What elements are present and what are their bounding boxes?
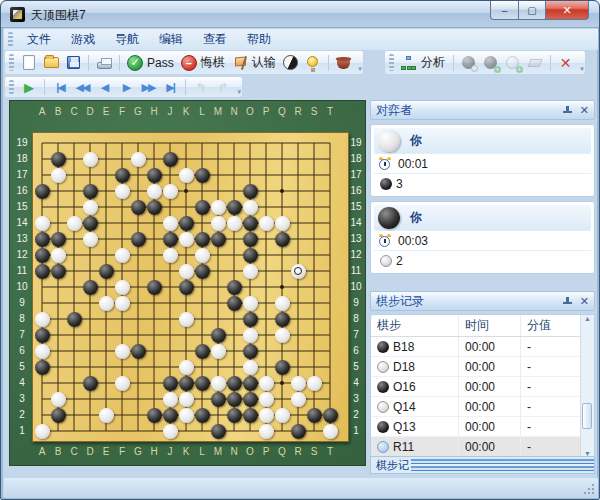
new-file-button[interactable] — [19, 53, 39, 73]
fast-forward-button[interactable]: ▶▶ — [138, 77, 158, 97]
board-coordinate-letter: A — [35, 106, 49, 117]
resize-grip[interactable] — [583, 483, 595, 495]
scroll-up-icon[interactable]: ▲ — [584, 315, 591, 322]
white-stone-M14 — [211, 216, 226, 231]
back-button[interactable]: ◀ — [94, 77, 114, 97]
board-coordinate-letter: S — [307, 106, 321, 117]
column-header-1[interactable]: 时间 — [459, 315, 521, 336]
board-coordinate-letter: S — [307, 446, 321, 457]
resign-label[interactable]: 认输 — [252, 54, 276, 71]
toolbar-grip[interactable] — [389, 54, 394, 70]
add-black-stone-button[interactable]: + — [481, 53, 501, 73]
white-stone-S4 — [307, 376, 322, 391]
go-board[interactable]: AABBCCDDEEFFGGHHJJKKLLMMNNOOPPQQRRSSTT19… — [9, 100, 366, 466]
panel-close-icon[interactable]: ✕ — [580, 295, 589, 308]
first-move-button[interactable]: |◀ — [50, 77, 70, 97]
menu-item-3[interactable]: 编辑 — [149, 29, 193, 50]
move-row-R11[interactable]: R1100:00- — [371, 437, 580, 457]
move-row-Q13[interactable]: Q1300:00- — [371, 417, 580, 437]
maximize-button[interactable]: ▢ — [519, 1, 546, 20]
toolbar-overflow-chevron[interactable]: ▾ — [237, 88, 241, 96]
move-row-D18[interactable]: D1800:00- — [371, 357, 580, 377]
board-coordinate-letter: A — [35, 446, 49, 457]
move-score: - — [521, 397, 580, 416]
menu-item-5[interactable]: 帮助 — [237, 29, 281, 50]
delete-button[interactable]: ✕ — [556, 53, 576, 73]
black-stone-A11 — [35, 264, 50, 279]
eraser-button[interactable] — [525, 53, 545, 73]
toolbar-overflow-chevron[interactable]: ▾ — [358, 65, 362, 73]
black-move-stone-icon — [377, 421, 389, 433]
pin-icon[interactable] — [562, 296, 573, 307]
swap-color-button[interactable] — [281, 53, 301, 73]
play-button[interactable]: ▶ — [19, 77, 39, 97]
white-stone-T1 — [323, 424, 338, 439]
pin-icon[interactable] — [562, 105, 573, 116]
break-button[interactable] — [334, 53, 354, 73]
open-file-button[interactable] — [41, 53, 61, 73]
forward-button[interactable]: ▶ — [116, 77, 136, 97]
white-stone-P1 — [259, 424, 274, 439]
panel-close-icon[interactable]: ✕ — [580, 104, 589, 117]
scrollbar-thumb[interactable] — [582, 403, 592, 429]
black-stone-O14 — [243, 216, 258, 231]
board-coordinate-number: 19 — [349, 137, 363, 148]
undo-move-button[interactable]: – — [179, 53, 199, 73]
move-row-O16[interactable]: O1600:00- — [371, 377, 580, 397]
moves-panel-tab[interactable]: 棋步记 — [370, 456, 595, 474]
save-button[interactable] — [63, 53, 83, 73]
pass-button[interactable]: ✓ — [125, 53, 145, 73]
last-move-button[interactable]: ▶| — [160, 77, 180, 97]
column-header-0[interactable]: 棋步 — [371, 315, 459, 336]
move-row-B18[interactable]: B1800:00- — [371, 337, 580, 357]
pass-label[interactable]: Pass — [147, 56, 174, 70]
menu-item-2[interactable]: 导航 — [105, 29, 149, 50]
black-stone-B13 — [51, 232, 66, 247]
board-coordinate-number: 18 — [15, 153, 29, 164]
board-coordinate-letter: P — [259, 106, 273, 117]
black-stone-J4 — [163, 376, 178, 391]
menu-item-0[interactable]: 文件 — [17, 29, 61, 50]
toolbar-grip[interactable] — [9, 54, 14, 70]
move-time: 00:00 — [459, 337, 521, 356]
toolbar-grip[interactable] — [9, 80, 14, 94]
board-coordinate-letter: C — [67, 446, 81, 457]
stone-pair-button[interactable] — [459, 53, 479, 73]
hint-button[interactable] — [303, 53, 323, 73]
column-header-2[interactable]: 分值 — [521, 315, 580, 336]
minimize-button[interactable]: – — [490, 1, 519, 20]
white-stone-Q14 — [275, 216, 290, 231]
fast-back-button[interactable]: ◀◀ — [72, 77, 92, 97]
first-move-icon: |◀ — [56, 81, 64, 94]
board-coordinate-letter: D — [83, 106, 97, 117]
board-coordinate-number: 8 — [349, 313, 363, 324]
variation-back-button[interactable]: ↰ — [191, 77, 211, 97]
players-panel-title: 对弈者 — [376, 102, 562, 119]
stone-pair-icon — [462, 56, 475, 69]
add-white-stone-button[interactable]: + — [503, 53, 523, 73]
black-stone-D10 — [83, 280, 98, 295]
board-coordinate-letter: E — [99, 106, 113, 117]
title-bar[interactable]: 天顶围棋7 – ▢ ✕ — [1, 1, 599, 28]
move-time: 00:00 — [459, 437, 521, 456]
white-stone-O7 — [243, 328, 258, 343]
white-stone-J12 — [163, 248, 178, 263]
menu-item-4[interactable]: 查看 — [193, 29, 237, 50]
move-time: 00:00 — [459, 357, 521, 376]
moves-table-scrollbar[interactable]: ▲ ▼ — [580, 315, 594, 457]
board-coordinate-number: 11 — [15, 265, 29, 276]
analyze-button[interactable] — [399, 53, 419, 73]
print-button[interactable] — [94, 53, 114, 73]
move-row-Q14[interactable]: Q1400:00- — [371, 397, 580, 417]
toolbar-grip[interactable] — [8, 32, 13, 47]
analyze-label[interactable]: 分析 — [421, 54, 445, 71]
black-stone-K14 — [179, 216, 194, 231]
menu-item-1[interactable]: 游戏 — [61, 29, 105, 50]
undo-move-label[interactable]: 悔棋 — [201, 54, 225, 71]
toolbar-overflow-chevron[interactable]: ▾ — [580, 65, 584, 73]
white-stone-O5 — [243, 360, 258, 375]
resign-button[interactable] — [230, 53, 250, 73]
app-window: 天顶围棋7 – ▢ ✕ 文件游戏导航编辑查看帮助 ✓ Pass – 悔棋 认输 — [0, 0, 600, 500]
variation-forward-button[interactable]: ↱ — [213, 77, 233, 97]
close-button[interactable]: ✕ — [546, 1, 589, 20]
